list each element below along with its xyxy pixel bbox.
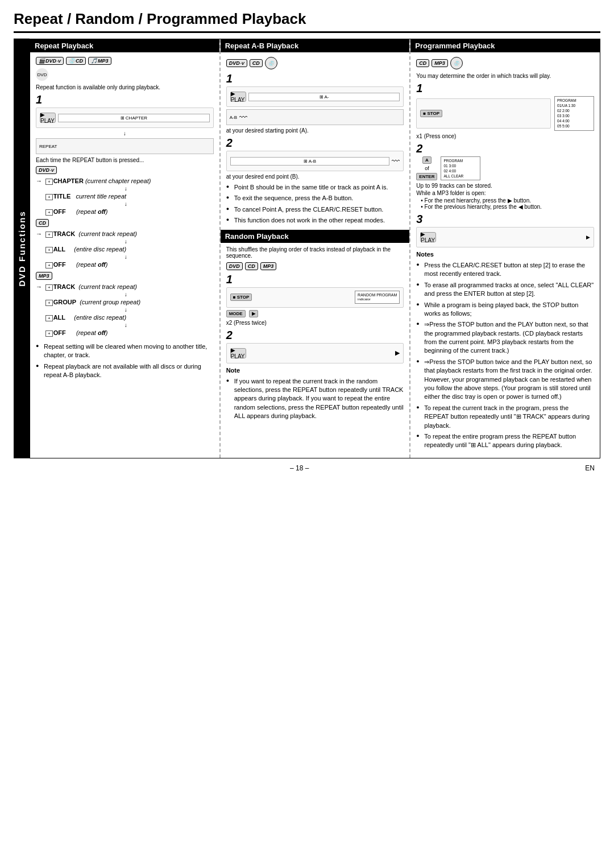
ab-bullet-3: To cancel Point A, press the CLEAR/C.RES… (226, 205, 404, 214)
arrow-right-1: → (36, 177, 44, 184)
cd-track-label: +TRACK (current track repeat) (45, 230, 137, 238)
prog-step1-screen: PROGRAM 01/UA 1:30 02 2:00 03 3:00 04 4:… (554, 96, 594, 131)
ab-bullets: Point B should be in the same title or t… (226, 183, 404, 225)
random-dvd-badge: DVD (226, 262, 243, 270)
prog-note-3c: ⇒Press the STOP button twice and the PLA… (416, 358, 594, 402)
ab-step1-diagram: ▶ PLAY ⊞ A- (226, 86, 404, 107)
repeat-step1-num: 1 (36, 94, 214, 105)
ab-disc-badge: 💿 (265, 57, 277, 69)
random-step1-press: x2 (Press twice) (226, 320, 404, 326)
ab-step1-btn: A-B 〰 (226, 109, 404, 125)
mp3-all-label: +ALL (entire disc repeat) (45, 314, 126, 321)
random-cd-badge: CD (245, 262, 258, 270)
random-step2-num: 2 (226, 329, 404, 341)
repeat-intro: Repeat function is available only during… (36, 84, 214, 90)
prog-step2-num: 2 (416, 143, 594, 154)
repeat-disc-icon-row: DVD (36, 68, 214, 81)
note-header: Note (226, 367, 404, 374)
cd-item-off: +OFF (repeat off) (36, 261, 214, 268)
prog-step2-row: A of ENTER PROGRAM 01 3:00 02 4:00 ALL C… (416, 156, 594, 180)
prog-play-icon: ▶ PLAY (420, 232, 436, 242)
ab-cd-badge: CD (250, 59, 263, 67)
mp3-item-group: +GROUP (current group repeat) (36, 299, 214, 306)
ab-step2-num: 2 (226, 137, 404, 148)
repeat-bullet-2: Repeat playback are not available with a… (36, 362, 214, 380)
dvdv-item-off: +OFF (repeat off) (36, 208, 214, 216)
ab-bullet-2: To exit the sequence, press the A-B butt… (226, 194, 404, 202)
mp3-track-label: +TRACK (current track repeat) (45, 283, 137, 291)
cd-all-label: +ALL (entire disc repeat) (45, 246, 126, 253)
repeat-badges-row: 🎬DVD·V 💿CD 🎵MP3 (36, 57, 214, 65)
mp3-group-label: +GROUP (current group repeat) (45, 299, 140, 306)
page-footer: – 18 – EN (14, 464, 600, 472)
mp3-badge-2: MP3 (36, 272, 52, 280)
prog-disc-badge: 💿 (450, 57, 463, 69)
repeat-ab-badges: DVD·V CD 💿 (226, 57, 404, 69)
prog-note-3: While a program is being played back, th… (416, 301, 594, 319)
random-play-arrow: ▶ (395, 349, 400, 357)
programmed-col: Programmed Playback CD MP3 💿 You may det… (410, 39, 600, 458)
random-step1-diagram: ■ STOP RANDOM PROGRAM indicator (226, 287, 404, 308)
dvdv-arrow-list: → +CHAPTER (current chapter repeat) ↓ +T… (36, 177, 214, 216)
repeat-ab-col: Repeat A-B Playback DVD·V CD 💿 1 ▶ PLAY … (221, 39, 411, 458)
prog-notes-header: Notes (416, 251, 594, 258)
mp3-item-off: +OFF (repeat off) (36, 329, 214, 337)
arrow-indent-2 (36, 208, 44, 215)
cd-badge: 💿CD (66, 57, 86, 65)
dvdv-chapter-label: +CHAPTER (current chapter repeat) (45, 177, 151, 185)
ab-dvdv-badge: DVD·V (226, 59, 247, 67)
prog-note-4: To repeat the current track in the progr… (416, 404, 594, 430)
prog-mp3-badge: MP3 (432, 59, 448, 67)
prog-step2-stored: Up to 99 tracks can be stored. (416, 183, 594, 189)
random-sel-btn: ▶ (249, 310, 258, 317)
prog-note-2: To erase all programmed tracks at once, … (416, 281, 594, 299)
repeat-btn-icon: REPEAT (39, 144, 57, 149)
ab-step2-icon: 〰 (392, 156, 400, 166)
dvdv-badge-2: DVD·V (36, 166, 57, 174)
arrow-indent-1 (36, 193, 44, 200)
footer-text: – 18 – (290, 464, 309, 472)
random-step1-num: 1 (226, 274, 404, 285)
dvdv-item-title: +TITLE current title repeat (36, 193, 214, 200)
random-step1-controls: MODE ▶ (226, 310, 404, 317)
mode-btn-icon: MODE (226, 310, 246, 317)
ab-bullet-4: This function does not work in the other… (226, 216, 404, 225)
dvdv-off-label: +OFF (repeat off) (45, 208, 107, 216)
prog-step2-mp3-prev: • For the previous hierarchy, press the … (421, 204, 594, 210)
prog-step2-controls: A of ENTER (416, 156, 437, 180)
stop-btn-icon: ■ STOP (230, 294, 252, 301)
dvdv-title-label: +TITLE current title repeat (45, 193, 126, 200)
of-label: of (425, 166, 429, 171)
prog-step3-num: 3 (416, 213, 594, 225)
programmed-header: Programmed Playback (410, 39, 600, 52)
prog-step1-press: x1 (Press once) (416, 133, 594, 139)
mp3-item-track: → +TRACK (current track repeat) (36, 283, 214, 291)
random-play-icon: ▶ PLAY (230, 348, 246, 358)
random-header: Random Playback (221, 230, 410, 243)
dvdv-badge: 🎬DVD·V (36, 57, 64, 65)
prog-note-1: Press the CLEAR/C.RESET button at step [… (416, 261, 594, 279)
ab-ab-label: ⊞ A-B (230, 157, 390, 166)
repeat-bullets: Repeat setting will be cleared when movi… (36, 342, 214, 380)
prog-step2-mp3-note: While a MP3 folder is open: (416, 190, 594, 196)
dvdv-section-badge: DVD·V (36, 166, 214, 174)
prog-step3-diagram: ▶ PLAY ▶ (416, 227, 594, 247)
programmed-badges: CD MP3 💿 (416, 57, 594, 69)
cd-item-track: → +TRACK (current track repeat) (36, 230, 214, 238)
note-text: If you want to repeat the current track … (226, 377, 404, 421)
prog-cd-badge: CD (416, 59, 429, 67)
prog-stop-icon: ■ STOP (420, 110, 442, 117)
random-intro: This shuffles the playing order of track… (226, 246, 404, 259)
programmed-intro: You may determine the order in which tra… (416, 73, 594, 79)
mp3-section-badge: MP3 (36, 272, 214, 280)
repeat-playback-header: Repeat Playback (30, 39, 219, 52)
random-step2-diagram: ▶ PLAY ▶ (226, 343, 404, 363)
prog-note-5: To repeat the entire program press the R… (416, 432, 594, 450)
cd-item-all: +ALL (entire disc repeat) (36, 246, 214, 253)
repeat-playback-col: Repeat Playback 🎬DVD·V 💿CD 🎵MP3 DVD Repe… (30, 39, 221, 458)
play-button-icon: ▶ PLAY (40, 113, 56, 123)
cd-badge-2: CD (36, 219, 49, 227)
page-title: Repeat / Random / Programmed Playback (14, 10, 600, 33)
dvd-functions-tab: DVD Functions (14, 39, 30, 458)
note-bullets: If you want to repeat the current track … (226, 377, 404, 421)
